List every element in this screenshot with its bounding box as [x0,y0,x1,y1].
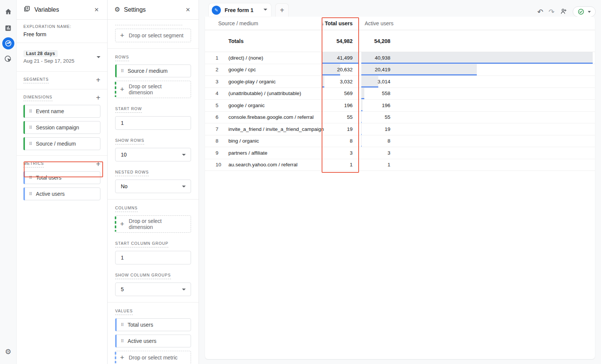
drop-segment-zone[interactable]: + Drop or select segment [115,29,191,42]
column-header-total-users[interactable]: ↓Total users [322,20,359,26]
add-metric-icon[interactable]: + [96,160,100,168]
metrics-label: METRICS [23,161,44,167]
drag-handle-icon[interactable]: ⠿ [29,109,32,114]
row-source-medium: google / organic [228,100,265,111]
variables-icon [23,5,31,14]
table-row[interactable]: 4(unattributable) / (unattributable)5695… [205,88,595,100]
settings-panel: ⚙ Settings ✕ + Drop or select segment RO… [108,0,199,364]
value-chip-total-users[interactable]: ⠿ Total users [115,318,191,331]
cell-active-users: 19 [359,123,595,135]
totals-label: Totals [228,38,243,44]
row-source-medium: google / cpc [228,64,256,76]
row-source-medium: google-play / organic [228,76,276,88]
tab-free-form-1[interactable]: ✎ Free form 1 [209,3,271,17]
table-row[interactable]: 8bing / organic88 [205,135,595,147]
dimension-chip-session-campaign[interactable]: ⠿ Session campaign [23,121,100,134]
date-range-section: Last 28 days Aug 21 - Sep 17, 2025 [17,43,107,72]
scrolled-dropzone-edge [115,25,182,25]
row-source-medium: au.search.yahoo.com / referral [228,159,297,171]
dimension-chip-source-medium[interactable]: ⠿ Source / medium [23,137,100,150]
start-row-label: START ROW [115,106,142,113]
chevron-down-icon [182,289,186,290]
tab-bar: ✎ Free form 1 + ↶ ↷ [205,3,601,17]
check-circle-icon [578,8,584,15]
row-source-medium: console.firebase.google.com / referral [228,112,314,123]
dimension-chip-event-name[interactable]: ⠿ Event name [23,105,100,118]
table-row[interactable]: 6console.firebase.google.com / referral5… [205,112,595,124]
home-icon[interactable] [4,7,13,16]
date-caret-icon [97,56,100,58]
rows-chip-source-medium[interactable]: ⠿ Source / medium [115,65,191,77]
cell-total-users: 19 [322,123,359,135]
values-section: VALUES ⠿ Total users ⠿ Active users + Dr… [108,303,199,364]
column-header-source-medium[interactable]: Source / medium [218,20,258,26]
table-row[interactable]: 7invite_a_friend / invite_a_friend_campa… [205,123,595,135]
dimensions-label: DIMENSIONS [23,95,52,101]
cell-total-users: 3 [322,147,359,159]
drag-handle-icon[interactable]: ⠿ [121,69,124,73]
row-source-medium: (direct) / (none) [228,52,263,64]
table-row[interactable]: 1(direct) / (none)41,49940,938 [205,52,595,64]
advertising-icon[interactable] [4,54,13,63]
show-column-groups-select[interactable]: 5 [115,283,191,296]
exploration-name-value[interactable]: Free form [23,31,100,37]
show-rows-select[interactable]: 10 [115,148,191,161]
segments-label: SEGMENTS [23,77,49,83]
table-row[interactable]: 5google / organic196196 [205,100,595,112]
status-approve-button[interactable] [573,6,596,17]
show-column-groups-label: SHOW COLUMN GROUPS [115,273,171,279]
drop-metric-zone[interactable]: + Drop or select metric [115,351,191,364]
admin-gear-icon[interactable]: ⚙ [4,347,13,356]
value-chip-active-users[interactable]: ⠿ Active users [115,335,191,347]
variables-panel: Variables ✕ EXPLORATION NAME: Free form … [17,0,108,364]
cell-active-users: 1 [359,159,595,171]
nested-rows-label: NESTED ROWS [115,170,149,176]
left-nav-rail: ⚙ [0,0,17,364]
drag-handle-icon[interactable]: ⠿ [29,192,32,196]
metric-chip-active-users[interactable]: ⠿ Active users [23,187,100,200]
row-rank: 6 [216,112,225,123]
drag-handle-icon[interactable]: ⠿ [29,176,32,180]
drag-handle-icon[interactable]: ⠿ [121,323,124,327]
metric-chip-total-users[interactable]: ⠿ Total users [23,171,100,184]
share-user-add-icon[interactable] [560,8,567,16]
nested-rows-select[interactable]: No [115,180,191,193]
drop-row-dimension-zone[interactable]: + Drop or select dimension [115,81,191,98]
add-dimension-icon[interactable]: + [96,94,100,101]
add-tab-button[interactable]: + [275,3,289,17]
table-row[interactable]: 2google / cpc20,63220,419 [205,64,595,76]
explore-icon[interactable] [2,37,14,49]
reports-icon[interactable] [4,23,13,32]
table-row[interactable]: 10au.search.yahoo.com / referral11 [205,159,595,171]
columns-label: COLUMNS [115,206,138,212]
redo-icon[interactable]: ↷ [549,8,555,15]
drop-column-dimension-zone[interactable]: + Drop or select dimension [115,215,191,233]
cell-total-users: 1 [322,159,359,171]
table-body: 1(direct) / (none)41,49940,9382google / … [205,52,595,171]
row-source-medium: partners / affiliate [228,147,267,159]
start-row-input[interactable] [115,116,191,130]
cell-active-users: 3 [359,147,595,159]
table-row[interactable]: 3google-play / organic3,0323,014 [205,76,595,88]
date-range-picker[interactable]: Last 28 days Aug 21 - Sep 17, 2025 [23,50,100,64]
chevron-down-icon [182,154,186,156]
drag-handle-icon[interactable]: ⠿ [29,126,32,130]
row-rank: 9 [216,147,225,159]
table-row[interactable]: 9partners / affiliate33 [205,147,595,159]
drag-handle-icon[interactable]: ⠿ [121,339,124,343]
start-column-group-input[interactable] [115,251,191,264]
column-header-active-users[interactable]: Active users [365,20,393,26]
cell-active-users: 20,419 [359,64,595,76]
variables-title: Variables [34,6,92,13]
drag-handle-icon[interactable]: ⠿ [29,142,32,146]
add-segment-icon[interactable]: + [96,76,100,84]
tab-caret-icon[interactable] [264,9,267,11]
ga4-explorations-app: ⚙ Variables ✕ EXPLORATION NAME: Free for… [0,0,601,364]
settings-gear-icon: ⚙ [114,6,120,13]
undo-icon[interactable]: ↶ [537,8,543,15]
row-rank: 5 [216,100,225,111]
totals-total-users: 54,982 [322,38,359,44]
close-variables-icon[interactable]: ✕ [92,5,100,15]
plus-icon: + [120,85,124,94]
close-settings-icon[interactable]: ✕ [184,5,192,15]
